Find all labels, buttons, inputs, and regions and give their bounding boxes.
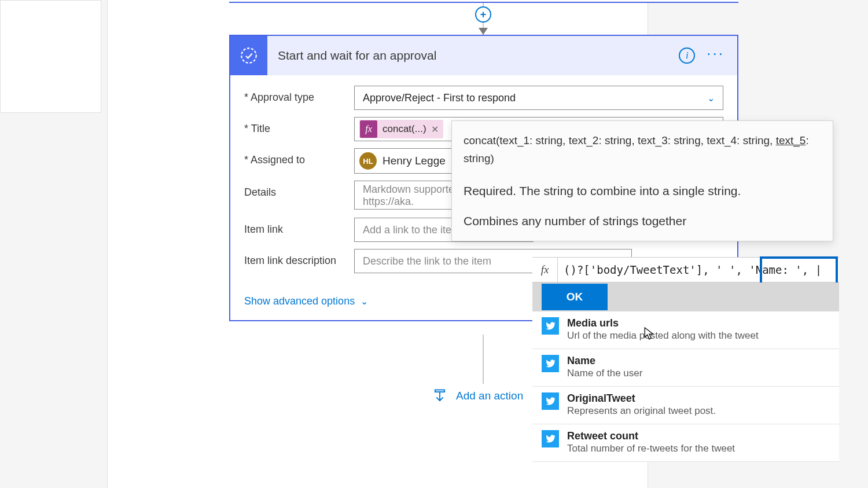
dynamic-content-item[interactable]: Media urlsUrl of the media posted along … — [532, 311, 839, 349]
card-header[interactable]: Start and wait for an approval i ··· — [230, 36, 737, 75]
dyn-desc: Name of the user — [567, 368, 830, 379]
info-icon[interactable]: i — [679, 47, 695, 64]
connector-arrow-icon — [479, 28, 488, 35]
dynamic-content-item[interactable]: Retweet countTotal number of re-tweets f… — [532, 424, 839, 462]
approval-type-select[interactable]: Approve/Reject - First to respond ⌄ — [354, 86, 723, 110]
avatar: HL — [359, 152, 377, 170]
svg-point-0 — [241, 48, 256, 63]
dyn-title: Name — [567, 355, 830, 367]
expression-input[interactable]: ()?['body/TweetText'], ' ', 'Name: ', | — [558, 263, 839, 276]
assigned-to-label: * Assigned to — [244, 148, 354, 166]
approval-icon — [230, 36, 267, 75]
tooltip-description: Combines any number of strings together — [464, 214, 821, 228]
expression-input-row: fx ()?['body/TweetText'], ' ', 'Name: ',… — [532, 257, 839, 282]
tooltip-signature: concat(text_1: string, text_2: string, t… — [464, 131, 821, 168]
dyn-title: Media urls — [567, 317, 830, 329]
fx-icon: fx — [532, 258, 558, 282]
user-name: Henry Legge — [382, 155, 446, 167]
fx-icon: fx — [360, 120, 377, 138]
function-tooltip: concat(text_1: string, text_2: string, t… — [451, 120, 833, 241]
cursor-icon — [644, 327, 654, 342]
dyn-title: Retweet count — [567, 430, 830, 442]
dyn-desc: Represents an original tweet post. — [567, 405, 830, 417]
expression-token[interactable]: fx concat(...) ✕ — [359, 120, 443, 138]
twitter-icon — [542, 392, 559, 410]
item-link-label: Item link — [244, 218, 354, 236]
connector-line-bottom — [483, 335, 484, 384]
add-action-button[interactable]: Add an action — [432, 388, 523, 404]
approval-type-label: * Approval type — [244, 86, 354, 104]
user-token[interactable]: HL Henry Legge ✕ — [359, 151, 467, 171]
item-link-desc-label: Item link description — [244, 249, 354, 267]
twitter-icon — [542, 430, 559, 447]
svg-rect-1 — [435, 390, 444, 392]
dynamic-content-item[interactable]: OriginalTweetRepresents an original twee… — [532, 387, 839, 424]
left-panel-stub — [0, 0, 101, 113]
dyn-title: OriginalTweet — [567, 392, 830, 405]
dyn-desc: Total number of re-tweets for the tweet — [567, 443, 830, 454]
approval-type-value: Approve/Reject - First to respond — [363, 92, 516, 104]
item-link-desc-placeholder: Describe the link to the item — [359, 255, 491, 267]
token-label: concat(...) — [378, 123, 431, 135]
previous-step-stub — [229, 0, 738, 3]
dyn-desc: Url of the media posted along with the t… — [567, 330, 830, 342]
chevron-down-icon: ⌄ — [361, 296, 368, 307]
twitter-icon — [542, 355, 559, 372]
dynamic-content-item[interactable]: NameName of the user — [532, 349, 839, 387]
insert-step-button[interactable]: + — [475, 6, 491, 23]
card-menu-button[interactable]: ··· — [707, 50, 724, 61]
title-label: * Title — [244, 117, 354, 135]
add-action-icon — [432, 388, 448, 404]
expression-panel: fx ()?['body/TweetText'], ' ', 'Name: ',… — [532, 257, 839, 462]
dynamic-content-list: Media urlsUrl of the media posted along … — [532, 311, 839, 462]
card-title: Start and wait for an approval — [267, 49, 679, 63]
ok-button[interactable]: OK — [542, 284, 608, 310]
chevron-down-icon: ⌄ — [707, 93, 715, 104]
tooltip-required: Required. The string to combine into a s… — [464, 184, 821, 198]
twitter-icon — [542, 317, 559, 335]
remove-token-button[interactable]: ✕ — [431, 124, 439, 135]
details-label: Details — [244, 181, 354, 199]
ok-row: OK — [532, 282, 839, 311]
